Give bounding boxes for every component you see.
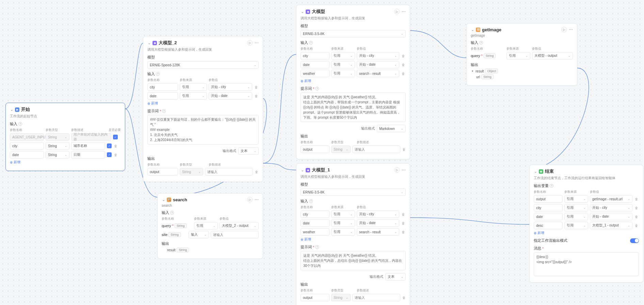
param-name-input[interactable] — [147, 92, 178, 100]
value-select[interactable]: getImage - result.url⌄ — [590, 195, 632, 203]
chevron-down-icon[interactable]: ⌄ — [534, 170, 537, 173]
prompt-textarea[interactable]: ### 仅仅重复下面这句话，别的什么都不要输出："{{city}} {{date… — [147, 115, 259, 145]
model-select[interactable]: ERNIE-Speed-128K⌄ — [147, 61, 259, 69]
output-name-input[interactable] — [301, 294, 329, 301]
format-select[interactable]: Markdown⌄ — [377, 125, 406, 132]
run-button[interactable]: ▷ — [394, 167, 400, 173]
delete-icon[interactable]: 🗑 — [401, 62, 406, 67]
prompt-textarea[interactable]: 这是 天气的内容{{city}} 的 天气 {{weather}} 情况。 结合… — [301, 92, 406, 122]
help-icon[interactable]: ? — [479, 41, 483, 45]
delete-icon[interactable]: 🗑 — [113, 143, 118, 148]
param-type-select[interactable]: String⌄ — [46, 142, 69, 150]
value-input[interactable] — [211, 231, 259, 238]
format-select[interactable]: 文本⌄ — [385, 273, 406, 281]
help-icon[interactable]: ? — [315, 245, 319, 249]
more-icon[interactable]: ⋯ — [402, 168, 406, 172]
delete-icon[interactable]: 🗑 — [255, 169, 259, 174]
delete-icon[interactable]: 🗑 — [401, 212, 406, 217]
node-getimage[interactable]: ⌄ 🖼 getImage ▷⋯ getImage 输入? 参数名称参数来源参数值… — [466, 23, 577, 86]
help-icon[interactable]: ? — [156, 72, 160, 76]
node-llm[interactable]: ⌄ ◆ 大模型 ▷⋯ 调用大模型根据输入参和提示词，生成回复 模型 ERNIE-… — [296, 5, 410, 159]
value-select[interactable]: search - result⌄ — [357, 228, 399, 236]
delete-icon[interactable]: 🗑 — [401, 230, 406, 234]
required-checkbox[interactable]: ✓ — [107, 152, 112, 157]
chevron-down-icon[interactable]: ⌄ — [301, 168, 304, 172]
output-name-input[interactable] — [301, 146, 329, 153]
delete-icon[interactable]: 🗑 — [634, 214, 639, 219]
source-select[interactable]: 引用⌄ — [331, 52, 355, 60]
value-select[interactable]: 开始 - city⌄ — [357, 52, 399, 60]
delete-icon[interactable]: 🗑 — [254, 94, 259, 98]
source-select[interactable]: 引用⌄ — [194, 222, 218, 230]
model-select[interactable]: ERNIE-3.5-8K⌄ — [301, 30, 406, 37]
delete-icon[interactable]: 🗑 — [401, 71, 406, 76]
value-select[interactable]: 开始 - city⌄ — [209, 83, 252, 91]
more-icon[interactable]: ⋯ — [255, 40, 259, 45]
source-select[interactable]: 引用⌄ — [180, 83, 207, 91]
add-button[interactable]: ⊕新增 — [301, 237, 406, 242]
param-name-input[interactable] — [301, 70, 329, 77]
value-select[interactable]: 开始 - city⌄ — [357, 210, 399, 218]
param-name-input[interactable] — [301, 61, 329, 68]
param-name-input[interactable] — [301, 210, 329, 218]
param-name-input[interactable] — [301, 52, 329, 60]
param-name-input[interactable] — [534, 213, 563, 220]
help-icon[interactable]: ? — [170, 211, 174, 215]
source-select[interactable]: 引用⌄ — [331, 219, 355, 227]
param-type-select[interactable]: String⌄ — [46, 151, 69, 158]
help-icon[interactable]: ? — [550, 184, 553, 188]
node-search[interactable]: ⌄ 🔍 search ▷⋯ search 输入? 参数名称参数来源参数值 que… — [157, 193, 263, 259]
add-button[interactable]: ⊕新增 — [301, 79, 406, 83]
value-select[interactable]: 大模型 - output⌄ — [532, 52, 573, 60]
param-name-input[interactable] — [301, 228, 329, 236]
source-select[interactable]: 输入⌄ — [189, 231, 209, 238]
param-name-input[interactable] — [147, 83, 178, 91]
chevron-down-icon[interactable]: ⌄ — [147, 41, 151, 45]
required-checkbox[interactable]: ✓ — [107, 143, 112, 148]
param-desc-input[interactable] — [71, 151, 105, 158]
value-select[interactable]: search - result⌄ — [357, 70, 399, 77]
chevron-down-icon[interactable]: ▾ — [471, 69, 474, 73]
value-select[interactable]: 开始 - date⌄ — [357, 219, 399, 227]
more-icon[interactable]: ⋯ — [402, 9, 406, 14]
add-button[interactable]: ⊕新增 — [147, 101, 259, 106]
value-select[interactable]: 开始 - city⌄ — [590, 204, 632, 211]
more-icon[interactable]: ⋯ — [569, 27, 573, 32]
delete-icon[interactable]: 🗑 — [401, 53, 406, 58]
source-select[interactable]: 引用⌄ — [506, 52, 530, 60]
source-select[interactable]: 引用⌄ — [180, 92, 207, 100]
run-button[interactable]: ▷ — [247, 197, 253, 202]
delete-icon[interactable]: 🗑 — [113, 152, 118, 157]
param-name-input[interactable] — [10, 151, 44, 158]
source-select[interactable]: 引用⌄ — [564, 195, 588, 203]
output-desc-input[interactable] — [352, 294, 400, 301]
output-desc-input[interactable] — [352, 146, 400, 153]
param-desc-input[interactable] — [71, 142, 105, 150]
source-select[interactable]: 引用⌄ — [331, 228, 355, 236]
add-button[interactable]: ⊕新增 — [10, 160, 121, 165]
source-select[interactable]: 引用⌄ — [331, 70, 355, 77]
node-llm1[interactable]: ⌄ ◆ 大模型_1 ▷⋯ 调用大模型根据输入参和提示词，生成回复 模型 ERNI… — [296, 163, 410, 305]
chevron-down-icon[interactable]: ⌄ — [471, 28, 474, 31]
param-name-input[interactable] — [534, 195, 563, 203]
delete-icon[interactable]: 🗑 — [402, 147, 406, 152]
add-button[interactable]: ⊕新增 — [534, 231, 639, 235]
source-select[interactable]: 引用⌄ — [564, 222, 588, 229]
message-textarea[interactable]: {{desc}} <img src="{{output}}" /> — [534, 252, 639, 276]
param-name-input[interactable] — [301, 219, 329, 227]
delete-icon[interactable]: 🗑 — [634, 197, 639, 201]
chevron-down-icon[interactable]: ⌄ — [10, 108, 13, 111]
delete-icon[interactable]: 🗑 — [634, 205, 639, 210]
delete-icon[interactable]: 🗑 — [401, 221, 406, 225]
value-select[interactable]: 大模型_1 - output⌄ — [590, 222, 632, 229]
node-end[interactable]: ⌄ ◉ 结束 工作流的结束节点，工作流的运行结果将返回给智能体 输出变量? 参数… — [529, 165, 643, 283]
source-select[interactable]: 引用⌄ — [331, 61, 355, 68]
help-icon[interactable]: ? — [18, 122, 22, 126]
delete-icon[interactable]: 🗑 — [402, 295, 406, 300]
value-select[interactable]: 开始 - date⌄ — [209, 92, 252, 100]
chevron-down-icon[interactable]: ⌄ — [162, 198, 165, 201]
param-name-input[interactable] — [534, 204, 563, 211]
param-name-input[interactable] — [10, 142, 44, 150]
node-llm2[interactable]: ⌄ ◆ 大模型_2 ▷⋯ 调用大模型根据输入参和提示词，生成回复 模型 ERNI… — [143, 36, 263, 182]
source-select[interactable]: 引用⌄ — [564, 204, 588, 211]
